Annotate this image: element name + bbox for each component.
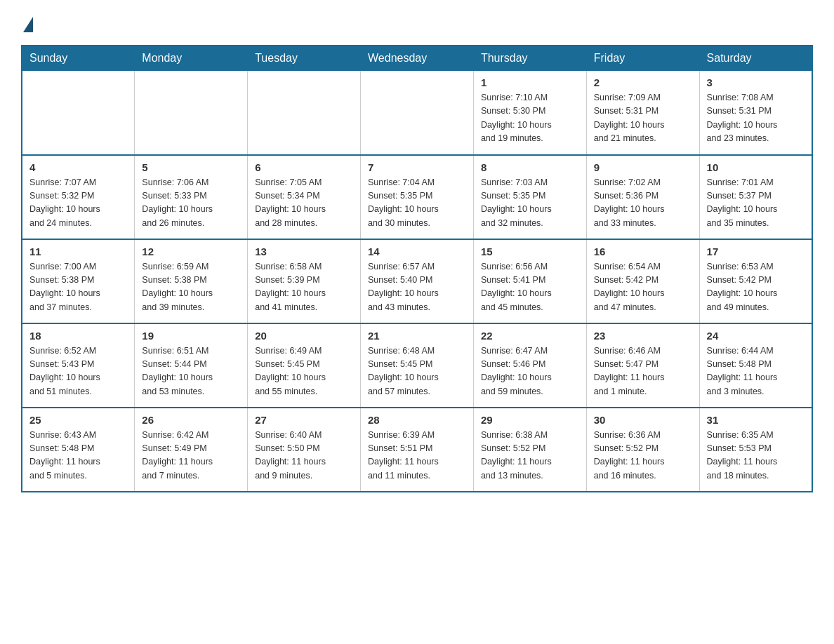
calendar-cell: 16Sunrise: 6:54 AM Sunset: 5:42 PM Dayli… xyxy=(586,239,699,323)
day-number: 22 xyxy=(481,330,579,342)
calendar-cell xyxy=(361,71,474,155)
calendar-cell: 8Sunrise: 7:03 AM Sunset: 5:35 PM Daylig… xyxy=(473,155,586,239)
day-header-friday: Friday xyxy=(586,46,699,71)
calendar-cell: 20Sunrise: 6:49 AM Sunset: 5:45 PM Dayli… xyxy=(248,323,361,408)
day-header-wednesday: Wednesday xyxy=(361,46,474,71)
day-info: Sunrise: 6:47 AM Sunset: 5:46 PM Dayligh… xyxy=(481,344,579,399)
day-info: Sunrise: 6:51 AM Sunset: 5:44 PM Dayligh… xyxy=(142,344,240,399)
calendar-cell: 27Sunrise: 6:40 AM Sunset: 5:50 PM Dayli… xyxy=(248,408,361,492)
day-number: 27 xyxy=(255,414,353,426)
day-info: Sunrise: 6:48 AM Sunset: 5:45 PM Dayligh… xyxy=(368,344,466,399)
calendar-cell: 19Sunrise: 6:51 AM Sunset: 5:44 PM Dayli… xyxy=(135,323,248,408)
calendar-cell: 29Sunrise: 6:38 AM Sunset: 5:52 PM Dayli… xyxy=(473,408,586,492)
day-number: 20 xyxy=(255,330,353,342)
day-info: Sunrise: 7:02 AM Sunset: 5:36 PM Dayligh… xyxy=(594,176,692,231)
day-number: 15 xyxy=(481,246,579,257)
day-info: Sunrise: 6:52 AM Sunset: 5:43 PM Dayligh… xyxy=(29,344,127,399)
page-header xyxy=(21,14,813,32)
day-info: Sunrise: 7:03 AM Sunset: 5:35 PM Dayligh… xyxy=(481,176,579,231)
day-info: Sunrise: 6:43 AM Sunset: 5:48 PM Dayligh… xyxy=(29,429,127,483)
day-info: Sunrise: 6:39 AM Sunset: 5:51 PM Dayligh… xyxy=(368,429,466,483)
calendar-cell: 11Sunrise: 7:00 AM Sunset: 5:38 PM Dayli… xyxy=(22,239,135,323)
day-number: 8 xyxy=(481,161,579,173)
calendar-cell: 6Sunrise: 7:05 AM Sunset: 5:34 PM Daylig… xyxy=(248,155,361,239)
calendar-cell: 3Sunrise: 7:08 AM Sunset: 5:31 PM Daylig… xyxy=(699,71,812,155)
day-number: 17 xyxy=(707,246,805,257)
day-header-sunday: Sunday xyxy=(22,46,135,71)
calendar-cell: 31Sunrise: 6:35 AM Sunset: 5:53 PM Dayli… xyxy=(699,408,812,492)
calendar-cell xyxy=(22,71,135,155)
day-number: 14 xyxy=(368,246,466,257)
day-info: Sunrise: 6:42 AM Sunset: 5:49 PM Dayligh… xyxy=(142,429,240,483)
calendar-cell: 26Sunrise: 6:42 AM Sunset: 5:49 PM Dayli… xyxy=(135,408,248,492)
calendar-cell: 2Sunrise: 7:09 AM Sunset: 5:31 PM Daylig… xyxy=(586,71,699,155)
calendar-cell: 12Sunrise: 6:59 AM Sunset: 5:38 PM Dayli… xyxy=(135,239,248,323)
calendar-cell xyxy=(248,71,361,155)
calendar-table: SundayMondayTuesdayWednesdayThursdayFrid… xyxy=(21,45,813,492)
day-info: Sunrise: 6:56 AM Sunset: 5:41 PM Dayligh… xyxy=(481,260,579,315)
calendar-cell: 9Sunrise: 7:02 AM Sunset: 5:36 PM Daylig… xyxy=(586,155,699,239)
day-number: 31 xyxy=(707,414,805,426)
calendar-cell: 4Sunrise: 7:07 AM Sunset: 5:32 PM Daylig… xyxy=(22,155,135,239)
day-info: Sunrise: 6:40 AM Sunset: 5:50 PM Dayligh… xyxy=(255,429,353,483)
calendar-cell: 23Sunrise: 6:46 AM Sunset: 5:47 PM Dayli… xyxy=(586,323,699,408)
day-info: Sunrise: 7:00 AM Sunset: 5:38 PM Dayligh… xyxy=(29,260,127,315)
day-number: 5 xyxy=(142,161,240,173)
calendar-cell: 18Sunrise: 6:52 AM Sunset: 5:43 PM Dayli… xyxy=(22,323,135,408)
day-info: Sunrise: 6:59 AM Sunset: 5:38 PM Dayligh… xyxy=(142,260,240,315)
day-number: 29 xyxy=(481,414,579,426)
day-number: 7 xyxy=(368,161,466,173)
calendar-week-row: 1Sunrise: 7:10 AM Sunset: 5:30 PM Daylig… xyxy=(22,71,812,155)
day-info: Sunrise: 6:53 AM Sunset: 5:42 PM Dayligh… xyxy=(707,260,805,315)
day-header-tuesday: Tuesday xyxy=(248,46,361,71)
logo-triangle-icon xyxy=(23,17,33,32)
day-info: Sunrise: 6:46 AM Sunset: 5:47 PM Dayligh… xyxy=(594,344,692,399)
logo xyxy=(21,14,33,32)
day-info: Sunrise: 6:36 AM Sunset: 5:52 PM Dayligh… xyxy=(594,429,692,483)
day-number: 25 xyxy=(29,414,127,426)
day-number: 24 xyxy=(707,330,805,342)
day-number: 2 xyxy=(594,76,692,88)
calendar-header-row: SundayMondayTuesdayWednesdayThursdayFrid… xyxy=(22,46,812,71)
day-header-thursday: Thursday xyxy=(473,46,586,71)
day-number: 6 xyxy=(255,161,353,173)
day-header-saturday: Saturday xyxy=(699,46,812,71)
day-info: Sunrise: 6:44 AM Sunset: 5:48 PM Dayligh… xyxy=(707,344,805,399)
day-number: 9 xyxy=(594,161,692,173)
day-info: Sunrise: 7:01 AM Sunset: 5:37 PM Dayligh… xyxy=(707,176,805,231)
day-info: Sunrise: 6:49 AM Sunset: 5:45 PM Dayligh… xyxy=(255,344,353,399)
calendar-cell: 13Sunrise: 6:58 AM Sunset: 5:39 PM Dayli… xyxy=(248,239,361,323)
day-info: Sunrise: 7:07 AM Sunset: 5:32 PM Dayligh… xyxy=(29,176,127,231)
day-info: Sunrise: 7:06 AM Sunset: 5:33 PM Dayligh… xyxy=(142,176,240,231)
day-number: 16 xyxy=(594,246,692,257)
day-number: 3 xyxy=(707,76,805,88)
calendar-cell: 15Sunrise: 6:56 AM Sunset: 5:41 PM Dayli… xyxy=(473,239,586,323)
day-number: 11 xyxy=(29,246,127,257)
calendar-week-row: 4Sunrise: 7:07 AM Sunset: 5:32 PM Daylig… xyxy=(22,155,812,239)
day-number: 13 xyxy=(255,246,353,257)
calendar-week-row: 11Sunrise: 7:00 AM Sunset: 5:38 PM Dayli… xyxy=(22,239,812,323)
calendar-cell: 22Sunrise: 6:47 AM Sunset: 5:46 PM Dayli… xyxy=(473,323,586,408)
calendar-cell: 1Sunrise: 7:10 AM Sunset: 5:30 PM Daylig… xyxy=(473,71,586,155)
day-number: 21 xyxy=(368,330,466,342)
calendar-week-row: 18Sunrise: 6:52 AM Sunset: 5:43 PM Dayli… xyxy=(22,323,812,408)
day-info: Sunrise: 6:58 AM Sunset: 5:39 PM Dayligh… xyxy=(255,260,353,315)
calendar-cell: 25Sunrise: 6:43 AM Sunset: 5:48 PM Dayli… xyxy=(22,408,135,492)
day-number: 18 xyxy=(29,330,127,342)
day-number: 23 xyxy=(594,330,692,342)
calendar-cell: 28Sunrise: 6:39 AM Sunset: 5:51 PM Dayli… xyxy=(361,408,474,492)
calendar-cell xyxy=(135,71,248,155)
day-number: 4 xyxy=(29,161,127,173)
day-info: Sunrise: 6:57 AM Sunset: 5:40 PM Dayligh… xyxy=(368,260,466,315)
day-info: Sunrise: 6:38 AM Sunset: 5:52 PM Dayligh… xyxy=(481,429,579,483)
calendar-week-row: 25Sunrise: 6:43 AM Sunset: 5:48 PM Dayli… xyxy=(22,408,812,492)
day-number: 26 xyxy=(142,414,240,426)
day-info: Sunrise: 7:08 AM Sunset: 5:31 PM Dayligh… xyxy=(707,91,805,146)
calendar-cell: 7Sunrise: 7:04 AM Sunset: 5:35 PM Daylig… xyxy=(361,155,474,239)
day-number: 28 xyxy=(368,414,466,426)
calendar-cell: 24Sunrise: 6:44 AM Sunset: 5:48 PM Dayli… xyxy=(699,323,812,408)
calendar-cell: 17Sunrise: 6:53 AM Sunset: 5:42 PM Dayli… xyxy=(699,239,812,323)
day-header-monday: Monday xyxy=(135,46,248,71)
calendar-cell: 30Sunrise: 6:36 AM Sunset: 5:52 PM Dayli… xyxy=(586,408,699,492)
day-info: Sunrise: 7:05 AM Sunset: 5:34 PM Dayligh… xyxy=(255,176,353,231)
